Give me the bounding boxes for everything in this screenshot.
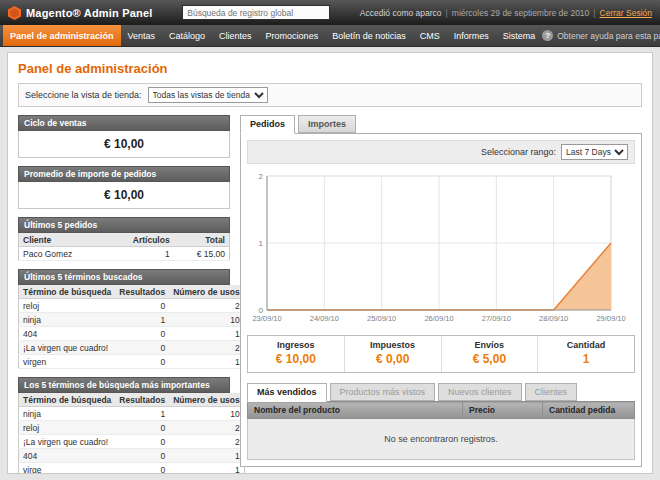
lifetime-sales-box: Ciclo de ventas € 10,00	[18, 115, 230, 158]
average-orders-box: Promedio de importe de pedidos € 10,00	[18, 166, 230, 209]
nav-item-panel-de-administracion[interactable]: Panel de administración	[3, 25, 121, 46]
average-orders-value: € 10,00	[18, 182, 230, 209]
table-cell: 0	[115, 435, 169, 449]
nav-item-informes[interactable]: Informes	[447, 25, 496, 46]
total-value: € 5,00	[442, 352, 538, 366]
table-body: ninja110reloj02¡La virgen que cuadro!024…	[19, 407, 245, 475]
table-cell: 1	[169, 463, 244, 475]
svg-text:29/09/10: 29/09/10	[596, 314, 625, 323]
table-cell: 1	[169, 327, 244, 341]
tab-mas-vendidos[interactable]: Más vendidos	[247, 383, 327, 402]
lifetime-sales-value: € 10,00	[18, 131, 230, 158]
app-header: Magento® Admin Panel Accedió como aparco…	[0, 0, 660, 25]
tab-clientes[interactable]: Clientes	[525, 383, 578, 401]
nav-item-promociones[interactable]: Promociones	[259, 25, 326, 46]
column-header-resultados: Resultados	[115, 285, 169, 299]
magento-admin-app: Magento® Admin Panel Accedió como aparco…	[0, 0, 660, 474]
total-envios: Envíos€ 5,00	[441, 336, 538, 372]
nav-item-ventas[interactable]: Ventas	[121, 25, 163, 46]
table-cell: 0	[115, 421, 169, 435]
total-ingresos: Ingresos€ 10,00	[248, 336, 344, 372]
page-help-link[interactable]: ? Obtener ayuda para esta página	[542, 25, 660, 46]
table-cell: 10	[169, 313, 244, 327]
table-cell: € 15.00	[174, 247, 230, 261]
last-orders-box: Últimos 5 pedidos ClienteArtículosTotal …	[18, 217, 230, 261]
table-cell: ¡La virgen que cuadro!	[19, 341, 116, 355]
box-title: Promedio de importe de pedidos	[18, 166, 230, 182]
svg-text:28/09/10: 28/09/10	[539, 314, 568, 323]
top-search-terms-table: Término de búsquedaResultadosNúmero de u…	[18, 393, 245, 474]
total-label: Ingresos	[248, 340, 344, 350]
dashboard-left-column: Ciclo de ventas € 10,00 Promedio de impo…	[18, 115, 230, 474]
nav-item-boletin-de-noticias[interactable]: Boletín de noticias	[325, 25, 413, 46]
table-cell: Paco Gomez	[19, 247, 106, 261]
logo-text: Magento® Admin Panel	[26, 7, 153, 19]
orders-area-chart: 01223/09/1024/09/1025/09/1026/09/1027/09…	[247, 168, 627, 326]
nav-item-cms[interactable]: CMS	[413, 25, 447, 46]
totals-bar: Ingresos€ 10,00Impuestos€ 0,00Envíos€ 5,…	[247, 335, 635, 373]
table-cell: 404	[19, 327, 116, 341]
column-header-total: Total	[174, 233, 230, 247]
total-value: 1	[538, 352, 634, 366]
empty-table-message: No se encontraron registros.	[247, 419, 635, 460]
store-view-select[interactable]: Todas las vistas de tienda	[148, 87, 268, 103]
content-wrapper: Panel de administración Seleccione la vi…	[7, 52, 653, 474]
table-row: virgen01	[19, 355, 245, 369]
magento-logo-icon	[8, 6, 21, 20]
table-row: virge01	[19, 463, 245, 475]
table-cell: ninja	[19, 407, 116, 421]
tab-productos-mas-vistos[interactable]: Productos más vistos	[330, 383, 436, 401]
table-cell: 0	[115, 299, 169, 313]
table-cell: 2	[169, 435, 244, 449]
report-tabs: Más vendidosProductos más vistosNuevos c…	[247, 383, 635, 401]
table-row: reloj02	[19, 299, 245, 313]
orders-chart: 01223/09/1024/09/1025/09/1026/09/1027/09…	[247, 164, 635, 328]
store-view-label: Seleccione la vista de tienda:	[25, 90, 142, 100]
table-header-row: ClienteArtículosTotal	[19, 233, 230, 247]
table-row: reloj02	[19, 421, 245, 435]
table-cell: 2	[169, 341, 244, 355]
table-cell: 10	[169, 407, 244, 421]
table-cell: 1	[115, 313, 169, 327]
total-label: Envíos	[442, 340, 538, 350]
tab-importes[interactable]: Importes	[298, 115, 356, 133]
tab-nuevos-clientes[interactable]: Nuevos clientes	[438, 383, 522, 401]
svg-text:23/09/10: 23/09/10	[252, 314, 281, 323]
table-cell: ninja	[19, 313, 116, 327]
table-cell: 2	[169, 299, 244, 313]
logout-link[interactable]: Cerrar Sesión	[600, 8, 652, 18]
total-value: € 0,00	[345, 352, 441, 366]
nav-item-clientes[interactable]: Clientes	[212, 25, 259, 46]
range-select[interactable]: Last 7 Days	[561, 144, 628, 160]
svg-text:25/09/10: 25/09/10	[367, 314, 396, 323]
table-header-row: Nombre del productoPrecioCantidad pedida	[248, 402, 635, 419]
nav-item-sistema[interactable]: Sistema	[496, 25, 543, 46]
column-header-articulos: Artículos	[106, 233, 174, 247]
table-row: ¡La virgen que cuadro!02	[19, 435, 245, 449]
column-header-resultados: Resultados	[115, 393, 169, 407]
tab-pedidos[interactable]: Pedidos	[240, 115, 295, 134]
svg-text:1: 1	[259, 239, 264, 248]
dashboard-columns: Ciclo de ventas € 10,00 Promedio de impo…	[18, 115, 642, 474]
global-search-input[interactable]	[182, 5, 330, 20]
user-info: Accedió como aparco | miércoles 29 de se…	[360, 8, 652, 18]
range-label: Seleccionar rango:	[481, 147, 556, 157]
nav-item-catalogo[interactable]: Catálogo	[162, 25, 212, 46]
table-row: ¡La virgen que cuadro!02	[19, 341, 245, 355]
total-cantidad: Cantidad1	[537, 336, 634, 372]
table-row: Paco Gomez1€ 15.00	[19, 247, 230, 261]
table-header-row: Término de búsquedaResultadosNúmero de u…	[19, 393, 245, 407]
table-row: ninja110	[19, 313, 245, 327]
last-orders-table: ClienteArtículosTotal Paco Gomez1€ 15.00	[18, 233, 230, 261]
range-selector-row: Seleccionar rango: Last 7 Days	[247, 140, 635, 164]
main-nav: Panel de administraciónVentasCatálogoCli…	[0, 25, 660, 47]
grid-column-nombre-del-producto: Nombre del producto	[248, 402, 463, 419]
table-head: Término de búsquedaResultadosNúmero de u…	[19, 393, 245, 407]
last-search-terms-table: Término de búsquedaResultadosNúmero de u…	[18, 285, 245, 369]
svg-text:26/09/10: 26/09/10	[424, 314, 453, 323]
table-cell: 0	[115, 355, 169, 369]
column-header-numero-de-usos: Número de usos	[169, 285, 244, 299]
box-title: Últimos 5 términos buscados	[18, 269, 230, 285]
svg-text:24/09/10: 24/09/10	[310, 314, 339, 323]
table-head: Nombre del productoPrecioCantidad pedida	[248, 402, 635, 419]
